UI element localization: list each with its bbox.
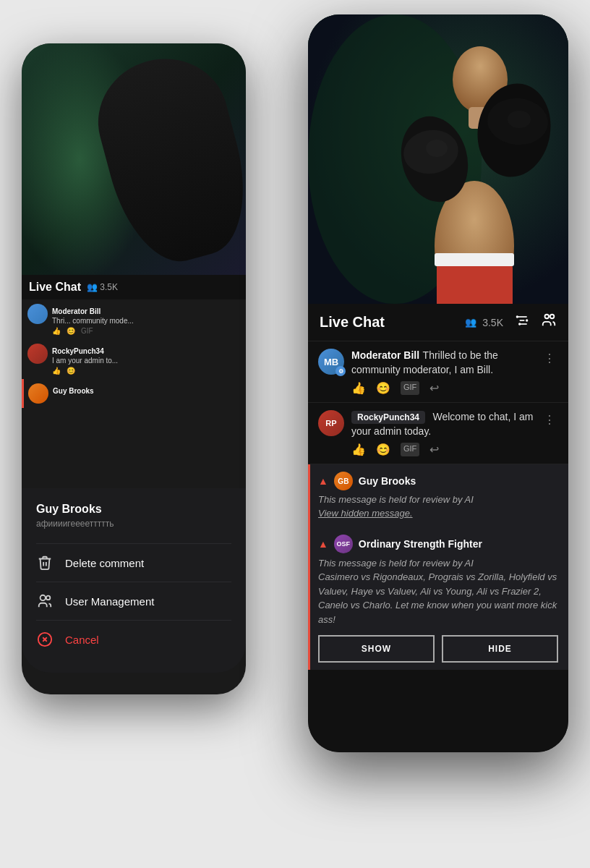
svg-point-22 [526, 319, 528, 321]
msg-reactions-2: 👍 😊 GIF ↩ [351, 443, 558, 456]
trash-icon [36, 554, 54, 571]
svg-point-16 [426, 140, 448, 157]
back-like-icon-2[interactable]: 👍 [52, 367, 61, 375]
avatar-osf: OSF [334, 535, 353, 553]
svg-point-1 [46, 596, 51, 600]
more-options-2[interactable]: ⋮ [541, 410, 558, 430]
back-msg-content-2: RockyPunch34 I am your admin to... 👍 😊 [52, 344, 240, 375]
held-author-4: Ordinary Strength Fighter [359, 538, 482, 550]
held-header-3: ▲ GB Guy Brooks [318, 472, 558, 490]
context-menu: Guy Brooks афиииигееееттттть Delete comm… [22, 488, 246, 673]
cancel-label: Cancel [65, 634, 99, 646]
back-actions-2: 👍 😊 [52, 367, 240, 375]
user-management-label: User Management [65, 595, 154, 608]
viewer-count: 3.5K [482, 317, 503, 328]
gif-icon-1[interactable]: GIF [401, 381, 419, 395]
held-text-3: This message is held for review by AI Vi… [318, 493, 558, 519]
msg-body-1: Moderator Bill Thrilled to be the commun… [351, 349, 558, 395]
svg-point-25 [545, 315, 550, 319]
chat-message-4-held-expanded: ▲ OSF Ordinary Strength Fighter This mes… [308, 527, 568, 671]
svg-point-21 [516, 315, 518, 318]
chat-panel: Live Chat 👥 3.5K [308, 304, 568, 752]
back-msg-2: RockyPunch34 I am your admin to... 👍 😊 [22, 339, 246, 379]
person-icon-small: 👥 [465, 317, 476, 328]
msg-top-1: Moderator Bill Thrilled to be the commun… [351, 349, 558, 377]
back-avatar-rocky [27, 344, 48, 364]
back-viewers: 👥 3.5K [87, 282, 118, 292]
back-emoji-icon-1[interactable]: 😊 [67, 327, 75, 335]
avatar-moderator-bill: MB [318, 349, 344, 375]
back-like-icon-1[interactable]: 👍 [52, 327, 61, 335]
back-msg-1: Moderator Bill Thri... community mode...… [22, 299, 246, 339]
chat-message-3-held: ▲ GB Guy Brooks This message is held for… [308, 464, 568, 527]
users-icon [36, 592, 54, 610]
scene: Live Chat 👥 3.5K Moderator Bill Thri... … [0, 0, 590, 868]
like-icon-2[interactable]: 👍 [351, 443, 366, 456]
cancel-icon [36, 631, 54, 648]
back-avatar-mod [27, 304, 48, 324]
back-author-1: Moderator Bill [52, 307, 101, 315]
like-icon-1[interactable]: 👍 [351, 381, 366, 395]
reply-icon-2[interactable]: ↩ [429, 443, 439, 456]
filter-settings-icon[interactable] [515, 313, 529, 331]
back-text-1: Thri... community mode... [52, 317, 240, 325]
emoji-icon-1[interactable]: 😊 [376, 381, 390, 395]
context-user-sub: афиииигееееттттть [36, 519, 231, 529]
back-text-2: I am your admin to... [52, 357, 240, 365]
msg-author-block-2: RockyPunch34 Welcome to chat, I am your … [351, 410, 541, 438]
context-cancel-item[interactable]: Cancel [36, 620, 231, 658]
context-delete-item[interactable]: Delete comment [36, 543, 231, 582]
chat-messages-list: MB Moderator Bill Thrilled to be the com… [308, 341, 568, 749]
avatar-guy-brooks: GB [334, 472, 353, 490]
view-hidden-link-3[interactable]: View hidden message. [318, 508, 413, 519]
svg-point-26 [550, 315, 555, 319]
svg-point-0 [40, 595, 46, 600]
back-msg-3-held: Guy Brooks [22, 379, 246, 408]
chat-title: Live Chat [320, 314, 462, 331]
author-rocky-punch: RockyPunch34 [351, 411, 425, 424]
svg-rect-9 [435, 253, 514, 266]
chat-message-1: MB Moderator Bill Thrilled to be the com… [308, 341, 568, 403]
back-avatar-guy [28, 383, 48, 404]
show-button[interactable]: SHOW [318, 635, 435, 663]
back-chat-header: Live Chat 👥 3.5K [22, 275, 246, 299]
reply-icon-1[interactable]: ↩ [429, 381, 439, 395]
avatar-rocky-punch: RP [318, 410, 344, 436]
phone-front: Live Chat 👥 3.5K [308, 14, 568, 752]
back-msg-content-3: Guy Brooks [53, 383, 240, 404]
back-chat-title: Live Chat [29, 281, 81, 294]
chat-message-2: RP RockyPunch34 Welcome to chat, I am yo… [308, 403, 568, 464]
warning-icon-3: ▲ [318, 475, 328, 487]
back-author-3: Guy Brooks [53, 387, 94, 395]
back-msg-content-1: Moderator Bill Thri... community mode...… [52, 304, 240, 335]
msg-body-2: RockyPunch34 Welcome to chat, I am your … [351, 410, 558, 456]
context-user-name: Guy Brooks [36, 503, 231, 516]
back-author-2: RockyPunch34 [52, 347, 104, 355]
msg-author-block-1: Moderator Bill Thrilled to be the commun… [351, 349, 541, 377]
users-management-icon[interactable] [541, 312, 557, 332]
back-emoji-icon-2[interactable]: 😊 [67, 367, 75, 375]
back-actions-1: 👍 😊 GIF [52, 327, 240, 335]
msg-top-2: RockyPunch34 Welcome to chat, I am your … [351, 410, 558, 438]
held-author-3: Guy Brooks [359, 475, 416, 487]
more-options-1[interactable]: ⋮ [541, 349, 558, 368]
back-glove [85, 44, 246, 273]
svg-rect-8 [437, 260, 513, 304]
phone-back: Live Chat 👥 3.5K Moderator Bill Thri... … [22, 43, 246, 694]
front-hero-image [308, 14, 568, 304]
warning-icon-4: ▲ [318, 538, 328, 550]
held-header-4: ▲ OSF Ordinary Strength Fighter [318, 535, 558, 553]
back-hero-image [22, 43, 246, 275]
gif-icon-2[interactable]: GIF [401, 443, 419, 456]
held-actions-4: SHOW HIDE [318, 635, 558, 663]
author-moderator-bill: Moderator Bill [351, 349, 419, 361]
delete-comment-label: Delete comment [65, 557, 144, 569]
msg-reactions-1: 👍 😊 GIF ↩ [351, 381, 558, 395]
chat-header: Live Chat 👥 3.5K [308, 304, 568, 341]
svg-point-17 [508, 111, 531, 128]
emoji-icon-2[interactable]: 😊 [376, 443, 390, 456]
hide-button[interactable]: HIDE [442, 635, 558, 663]
back-gif-icon-1[interactable]: GIF [81, 327, 93, 335]
context-user-mgmt-item[interactable]: User Management [36, 582, 231, 620]
held-full-text-4: This message is held for review by AI Ca… [318, 556, 558, 627]
